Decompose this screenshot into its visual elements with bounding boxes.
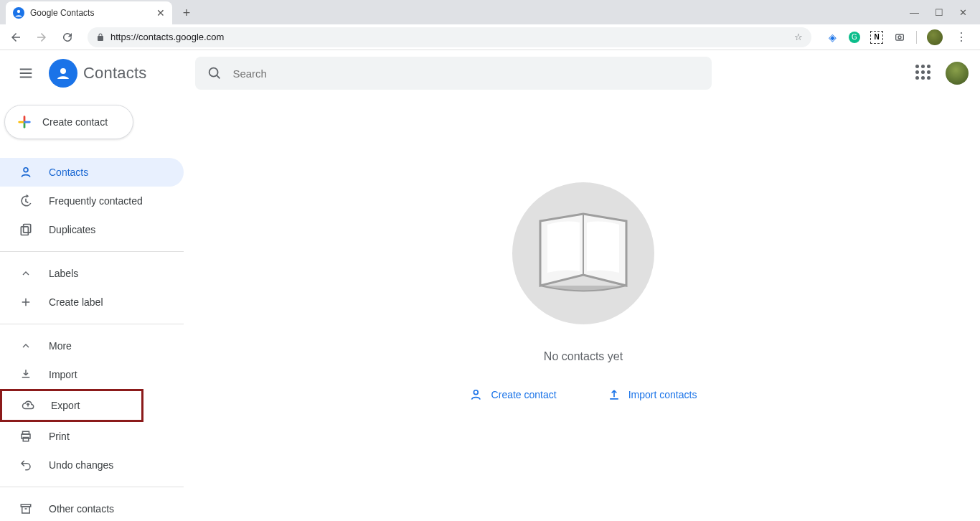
separator bbox=[916, 31, 917, 44]
search-bar[interactable] bbox=[195, 57, 712, 90]
sidebar-item-other[interactable]: Other contacts bbox=[0, 494, 184, 521]
window-maximize-icon[interactable]: ☐ bbox=[935, 7, 943, 18]
empty-state-illustration bbox=[512, 182, 654, 324]
sidebar-item-export[interactable]: Export bbox=[2, 391, 141, 420]
search-container bbox=[195, 57, 712, 90]
extension-icon[interactable]: ◈ bbox=[826, 31, 839, 44]
svg-point-5 bbox=[209, 68, 218, 77]
create-contact-link[interactable]: Create contact bbox=[470, 388, 557, 402]
sidebar-item-label: Undo changes bbox=[49, 459, 113, 471]
svg-point-4 bbox=[60, 68, 66, 74]
chrome-profile-avatar[interactable] bbox=[927, 29, 943, 45]
svg-point-3 bbox=[898, 36, 901, 39]
create-contact-label: Create contact bbox=[42, 116, 108, 128]
tab-bar: Google Contacts ✕ + — ☐ ✕ bbox=[0, 0, 980, 24]
plus-icon bbox=[17, 114, 32, 130]
divider bbox=[0, 487, 184, 487]
new-tab-button[interactable]: + bbox=[176, 3, 197, 23]
person-icon bbox=[19, 165, 33, 179]
sidebar-item-label: Import bbox=[49, 369, 77, 380]
search-icon bbox=[207, 65, 222, 81]
app-logo[interactable]: Contacts bbox=[49, 59, 146, 88]
svg-rect-7 bbox=[24, 225, 31, 233]
chrome-menu-icon[interactable]: ⋮ bbox=[953, 30, 970, 44]
upload-icon bbox=[607, 388, 621, 402]
google-apps-icon[interactable] bbox=[915, 65, 933, 82]
archive-icon bbox=[19, 502, 33, 516]
sidebar-item-print[interactable]: Print bbox=[0, 422, 184, 451]
empty-state-text: No contacts yet bbox=[544, 350, 623, 363]
window-close-icon[interactable]: ✕ bbox=[959, 7, 967, 18]
sidebar-item-label: Labels bbox=[49, 268, 78, 279]
sidebar-item-import[interactable]: Import bbox=[0, 360, 184, 389]
sidebar-item-label: Duplicates bbox=[49, 224, 95, 235]
toolbar: https://contacts.google.com ☆ ◈ G N ⋮ bbox=[0, 24, 980, 50]
sidebar-item-undo[interactable]: Undo changes bbox=[0, 451, 184, 479]
import-icon bbox=[19, 367, 33, 382]
tab-title: Google Contacts bbox=[30, 8, 151, 18]
svg-point-6 bbox=[24, 168, 28, 172]
sidebar-item-more[interactable]: More bbox=[0, 332, 184, 360]
extensions: ◈ G N ⋮ bbox=[821, 29, 974, 45]
import-contacts-link[interactable]: Import contacts bbox=[607, 388, 697, 402]
app: Contacts bbox=[0, 50, 980, 521]
main-content: No contacts yet Create contact Import co… bbox=[187, 96, 980, 521]
sidebar-item-label: Print bbox=[49, 431, 70, 442]
sidebar-item-create-label[interactable]: Create label bbox=[0, 288, 184, 316]
lock-icon bbox=[96, 33, 105, 42]
svg-rect-2 bbox=[896, 34, 904, 40]
svg-rect-8 bbox=[21, 227, 28, 235]
url-text: https://contacts.google.com bbox=[110, 32, 224, 42]
plus-icon bbox=[19, 295, 33, 309]
tab-favicon bbox=[13, 7, 24, 19]
sidebar: Create contact Contacts Frequently conta… bbox=[0, 96, 187, 521]
tab-close-icon[interactable]: ✕ bbox=[156, 7, 165, 19]
sidebar-item-labels[interactable]: Labels bbox=[0, 259, 184, 288]
sidebar-item-label: More bbox=[49, 340, 72, 352]
reload-button[interactable] bbox=[57, 27, 77, 47]
sidebar-item-label: Other contacts bbox=[49, 503, 114, 515]
export-icon bbox=[21, 398, 35, 413]
account-avatar[interactable] bbox=[946, 62, 969, 85]
empty-actions: Create contact Import contacts bbox=[470, 388, 697, 402]
action-label: Create contact bbox=[491, 389, 557, 400]
window-minimize-icon[interactable]: — bbox=[910, 7, 919, 18]
svg-point-15 bbox=[473, 390, 478, 395]
app-title: Contacts bbox=[83, 64, 146, 83]
sidebar-item-label: Create label bbox=[49, 296, 103, 308]
forward-button[interactable] bbox=[32, 27, 52, 47]
sidebar-item-label: Export bbox=[51, 400, 80, 411]
browser-chrome: Google Contacts ✕ + — ☐ ✕ https://contac… bbox=[0, 0, 980, 50]
search-input[interactable] bbox=[232, 67, 700, 80]
svg-rect-13 bbox=[22, 507, 30, 513]
action-label: Import contacts bbox=[628, 389, 697, 400]
person-add-icon bbox=[470, 388, 484, 402]
sidebar-item-contacts[interactable]: Contacts bbox=[0, 158, 184, 187]
print-icon bbox=[19, 429, 33, 443]
chevron-up-icon bbox=[19, 339, 33, 353]
sidebar-item-label: Contacts bbox=[49, 166, 88, 178]
extension-icon[interactable] bbox=[893, 31, 906, 44]
back-button[interactable] bbox=[6, 27, 26, 47]
sidebar-item-frequent[interactable]: Frequently contacted bbox=[0, 187, 184, 215]
undo-icon bbox=[19, 458, 33, 472]
browser-tab[interactable]: Google Contacts ✕ bbox=[6, 1, 172, 24]
duplicates-icon bbox=[19, 222, 33, 237]
create-contact-button[interactable]: Create contact bbox=[4, 105, 133, 139]
app-header: Contacts bbox=[0, 50, 980, 96]
extension-icon[interactable]: N bbox=[870, 31, 883, 44]
export-highlight: Export bbox=[0, 389, 143, 422]
history-icon bbox=[19, 194, 33, 208]
svg-point-1 bbox=[17, 10, 20, 13]
contacts-logo-icon bbox=[49, 59, 77, 88]
window-controls: — ☐ ✕ bbox=[910, 0, 980, 24]
main-menu-button[interactable] bbox=[11, 59, 40, 88]
sidebar-item-label: Frequently contacted bbox=[49, 195, 143, 207]
divider bbox=[0, 251, 184, 252]
address-bar[interactable]: https://contacts.google.com ☆ bbox=[88, 27, 811, 47]
extension-icon[interactable]: G bbox=[849, 32, 860, 43]
chevron-up-icon bbox=[19, 266, 33, 281]
sidebar-item-duplicates[interactable]: Duplicates bbox=[0, 215, 184, 244]
divider bbox=[0, 324, 184, 324]
bookmark-star-icon[interactable]: ☆ bbox=[794, 32, 803, 42]
